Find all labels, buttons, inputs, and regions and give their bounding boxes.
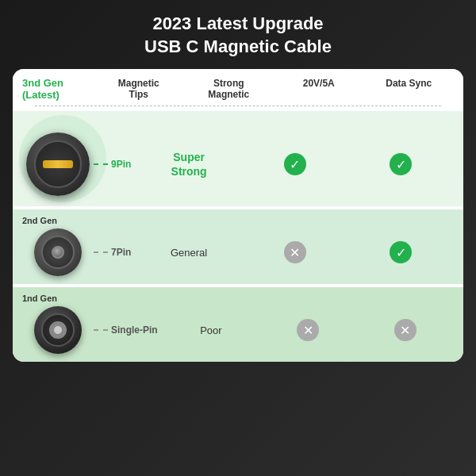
gen3-data-cols: Super Strong	[136, 150, 454, 178]
gen2-20v	[263, 241, 327, 263]
gen1-dashed-line	[94, 329, 108, 331]
title-section: 2023 Latest Upgrade USB C Magnetic Cable	[144, 13, 332, 58]
gen1-row: 1nd Gen Single-Pin Poor	[13, 287, 463, 362]
gen3-20v	[263, 153, 327, 175]
gen2-dashed-line	[94, 251, 108, 253]
gen1-pin-label: Single-Pin	[111, 324, 158, 336]
gen2-row-data: 7Pin General	[94, 241, 454, 263]
gen1-inner-dot	[54, 326, 62, 334]
header-gen-label: 3nd Gen(Latest)	[22, 77, 94, 101]
divider-1	[35, 106, 440, 106]
header-row: 3nd Gen(Latest) MagneticTips StrongMagne…	[13, 69, 463, 106]
gen2-general: General	[171, 247, 207, 259]
gen2-dash	[94, 251, 108, 253]
gen1-20v	[276, 319, 340, 341]
header-col-data-sync: Data Sync	[377, 78, 440, 100]
gen3-device	[22, 132, 94, 196]
header-col-20v: 20V/5A	[287, 78, 351, 100]
gen1-magnetic-value: Poor	[179, 323, 243, 337]
gen1-inner-ring	[41, 313, 75, 347]
gen3-dashed-line	[94, 163, 108, 165]
title-line1: 2023 Latest Upgrade	[152, 13, 323, 33]
gen3-dash	[94, 163, 108, 165]
title-line2: USB C Magnetic Cable	[144, 36, 332, 56]
header-col-strong-magnetic: StrongMagnetic	[197, 78, 260, 100]
gen3-pins	[43, 160, 73, 168]
gen3-row: 9Pin Super Strong	[13, 111, 463, 206]
main-container: 2023 Latest Upgrade USB C Magnetic Cable…	[0, 0, 476, 476]
gen1-device-circle	[34, 306, 82, 354]
gen1-device	[22, 306, 94, 354]
gen3-device-circle	[26, 132, 90, 196]
gen2-inner-ring	[41, 236, 75, 269]
gen1-dash	[94, 329, 108, 331]
title-text: 2023 Latest Upgrade USB C Magnetic Cable	[144, 13, 332, 58]
gen2-device	[22, 228, 94, 276]
gen3-super-strong: Super Strong	[171, 151, 207, 178]
gen2-pin-label: 7Pin	[111, 247, 131, 258]
gen1-20v-icon	[297, 319, 319, 341]
header-col-magnetic-tips: MagneticTips	[107, 78, 171, 100]
gen3-datasync	[369, 153, 432, 175]
gen2-row: 2nd Gen 7Pin General	[13, 209, 463, 284]
gen3-pin-label: 9Pin	[111, 159, 131, 170]
gen2-magnetic-value: General	[157, 245, 221, 259]
gen1-datasync-icon	[394, 319, 416, 341]
gen1-datasync	[374, 319, 437, 341]
header-cols: MagneticTips StrongMagnetic 20V/5A Data …	[94, 78, 454, 100]
gen1-inner-circle	[49, 321, 67, 339]
gen3-inner-ring	[34, 140, 82, 188]
gen2-inner-dot	[52, 246, 64, 259]
gen3-magnetic-value: Super Strong	[157, 150, 221, 178]
gen2-datasync	[369, 241, 432, 263]
gen3-row-data: 9Pin Super Strong	[94, 150, 454, 178]
gen1-label: 1nd Gen	[22, 294, 57, 303]
gen2-data-cols: General	[136, 241, 454, 263]
gen3-20v-icon	[284, 153, 306, 175]
gen1-row-data: Single-Pin Poor	[94, 319, 454, 341]
gen1-poor: Poor	[200, 324, 221, 336]
gen2-20v-icon	[284, 241, 306, 263]
gen2-label: 2nd Gen	[22, 216, 57, 225]
gen2-datasync-icon	[390, 241, 412, 263]
gen2-device-circle	[34, 228, 82, 276]
gen3-datasync-icon	[390, 153, 412, 175]
gen1-data-cols: Poor	[163, 319, 454, 341]
comparison-card: 3nd Gen(Latest) MagneticTips StrongMagne…	[13, 69, 463, 362]
